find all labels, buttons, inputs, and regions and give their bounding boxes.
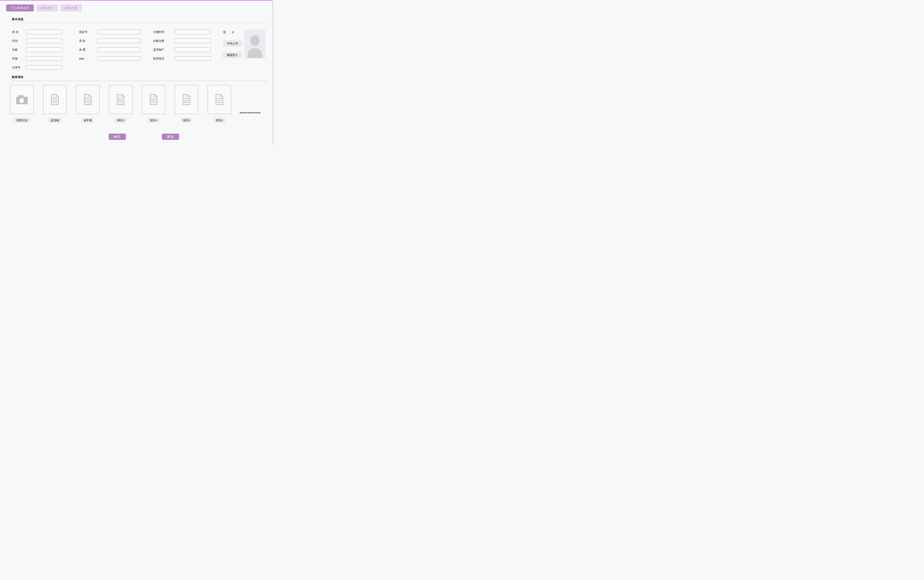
ethnicity-label: 民族 bbox=[12, 57, 26, 61]
confirm-button[interactable]: 确定 bbox=[109, 133, 126, 140]
field-social-security: 社保号 bbox=[12, 65, 62, 70]
field-delivery-time: 分娩时间 bbox=[153, 30, 211, 35]
weight-input[interactable] bbox=[97, 48, 140, 52]
tab-training-plan[interactable]: 训练方案 bbox=[61, 5, 82, 12]
delete-photo-button[interactable]: 删除照片 bbox=[223, 52, 242, 58]
field-ethnicity: 民族 bbox=[12, 56, 62, 61]
report-label[interactable]: 报告3 bbox=[114, 117, 127, 123]
report-label[interactable]: 盆底磁 bbox=[48, 117, 62, 123]
document-icon bbox=[51, 94, 59, 105]
report-label[interactable]: 报告4 bbox=[147, 117, 160, 123]
report-label[interactable]: 报告6 bbox=[213, 117, 226, 123]
field-weight: 体 重 bbox=[79, 47, 140, 52]
gender-input[interactable] bbox=[26, 39, 62, 43]
height-label: 身 高 bbox=[79, 39, 97, 43]
report-card[interactable] bbox=[208, 85, 231, 114]
natural-birth-label: 是否顺产 bbox=[153, 48, 175, 51]
delivery-time-label: 分娩时间 bbox=[153, 30, 175, 34]
report-card[interactable] bbox=[109, 85, 132, 114]
document-icon bbox=[215, 94, 223, 105]
document-icon bbox=[117, 94, 125, 105]
report-card[interactable] bbox=[142, 85, 165, 114]
social-security-input[interactable] bbox=[26, 65, 62, 70]
field-pregnancy-count: 妊娠次数 bbox=[153, 38, 211, 43]
gender-label: 性别 bbox=[12, 39, 26, 43]
report-card[interactable] bbox=[76, 85, 99, 114]
tab-training-assessment[interactable]: 训练评估 bbox=[36, 5, 58, 12]
reports-title: 检查报告 bbox=[12, 76, 24, 79]
basic-info-title: 基本信息 bbox=[12, 18, 24, 21]
report-label[interactable]: 血常规 bbox=[81, 117, 95, 123]
ethnicity-input[interactable] bbox=[26, 56, 62, 61]
field-visit-number: 就诊号 bbox=[79, 30, 140, 35]
report-label[interactable]: 报告5 bbox=[180, 117, 193, 123]
report-card-photo-recognition[interactable] bbox=[10, 85, 34, 114]
camera-icon bbox=[16, 95, 28, 105]
field-age: 年龄 bbox=[12, 47, 62, 52]
phone-label: 联系电话 bbox=[153, 57, 175, 61]
visit-number-label: 就诊号 bbox=[79, 30, 97, 34]
delivery-time-input[interactable] bbox=[175, 30, 211, 34]
divider bbox=[12, 23, 268, 23]
name-label: 姓 名 bbox=[12, 30, 26, 34]
document-icon bbox=[150, 94, 158, 105]
document-icon bbox=[183, 94, 191, 105]
report-label-photo-recognition[interactable]: 拍照识别 bbox=[14, 117, 30, 123]
weight-label: 体 重 bbox=[79, 48, 97, 51]
natural-birth-input[interactable] bbox=[175, 48, 211, 52]
field-gender: 性别 bbox=[12, 38, 62, 43]
report-card[interactable] bbox=[43, 85, 66, 114]
tab-bar: 个人基本信息 训练评估 训练方案 bbox=[6, 5, 82, 12]
name-input[interactable] bbox=[26, 30, 62, 34]
age-label: 年龄 bbox=[12, 48, 26, 51]
pregnancy-count-input[interactable] bbox=[175, 39, 211, 43]
document-icon bbox=[84, 94, 92, 105]
divider bbox=[12, 81, 268, 81]
field-name: 姓 名 bbox=[12, 30, 62, 35]
back-button[interactable]: 返回 bbox=[162, 133, 179, 140]
field-natural-birth: 是否顺产 bbox=[153, 47, 211, 52]
photo-label: 照 片 bbox=[223, 31, 234, 34]
height-input[interactable] bbox=[97, 39, 140, 43]
field-height: 身 高 bbox=[79, 38, 140, 43]
personal-info-page: 个人基本信息 训练评估 训练方案 基本信息 姓 名 性别 年龄 民族 社保号 就… bbox=[0, 0, 273, 145]
report-card[interactable] bbox=[175, 85, 198, 114]
avatar bbox=[244, 30, 265, 58]
local-upload-button[interactable]: 本地上传 bbox=[223, 40, 242, 46]
phone-input[interactable] bbox=[175, 56, 211, 61]
bmi-input[interactable] bbox=[97, 56, 140, 61]
tab-personal-info[interactable]: 个人基本信息 bbox=[6, 5, 34, 12]
social-security-label: 社保号 bbox=[12, 66, 26, 69]
more-reports-indicator: ▪▪▪▪▪▪▪▪▪▪▪▪▪ bbox=[240, 112, 261, 114]
field-phone: 联系电话 bbox=[153, 56, 211, 61]
visit-number-input[interactable] bbox=[97, 30, 140, 34]
age-input[interactable] bbox=[26, 48, 62, 52]
bmi-label: BMI bbox=[79, 57, 97, 60]
pregnancy-count-label: 妊娠次数 bbox=[153, 39, 175, 43]
field-bmi: BMI bbox=[79, 56, 140, 61]
person-silhouette-icon bbox=[244, 30, 265, 58]
